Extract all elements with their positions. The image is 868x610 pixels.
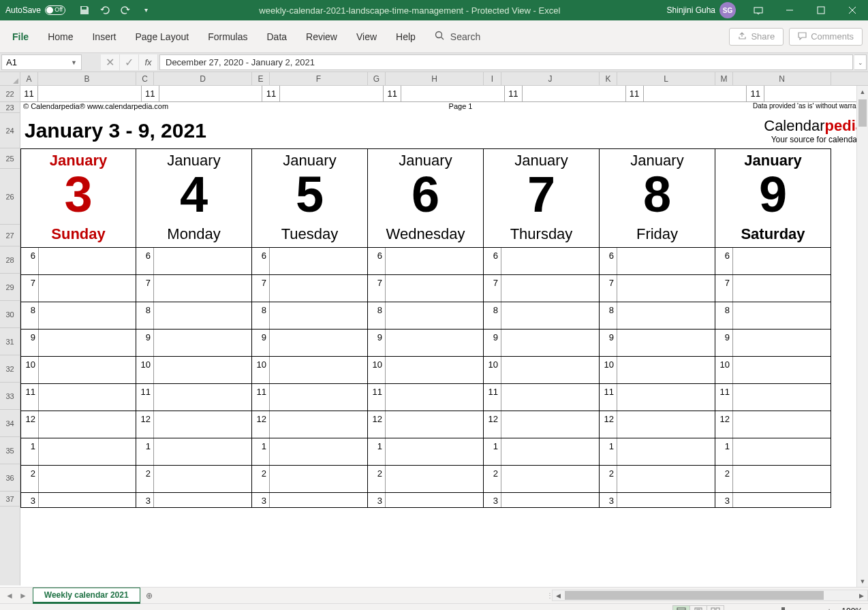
row-header-29[interactable]: 29 bbox=[0, 274, 20, 301]
row-header-28[interactable]: 28 bbox=[0, 246, 20, 274]
hour-cell[interactable]: 7 bbox=[715, 275, 831, 302]
row-header-34[interactable]: 34 bbox=[0, 410, 20, 437]
day-header-friday[interactable]: January8Friday bbox=[600, 148, 715, 248]
scroll-up-icon[interactable]: ▲ bbox=[857, 86, 868, 97]
hour-cell[interactable]: 1 bbox=[600, 438, 715, 466]
scroll-thumb[interactable] bbox=[858, 99, 867, 127]
row-header-26[interactable]: 26 bbox=[0, 169, 20, 225]
column-header-B[interactable]: B bbox=[38, 72, 136, 85]
qat-customize-icon[interactable]: ▾ bbox=[140, 5, 151, 16]
column-header-G[interactable]: G bbox=[368, 72, 386, 85]
enter-formula-button[interactable]: ✓ bbox=[120, 54, 139, 70]
hour-cell[interactable]: 1 bbox=[484, 438, 600, 466]
hour-cell[interactable]: 3 bbox=[484, 493, 600, 508]
hour-cell[interactable]: 10 bbox=[368, 357, 484, 384]
ribbon-display-icon[interactable] bbox=[743, 0, 774, 20]
cells-area[interactable]: 11111111111111 © Calendarpedia® www.cale… bbox=[20, 86, 868, 585]
cell[interactable]: 11 bbox=[20, 86, 38, 102]
hour-cell[interactable]: 3 bbox=[252, 493, 368, 508]
row-header-24[interactable]: 24 bbox=[0, 113, 20, 148]
hour-cell[interactable]: 7 bbox=[484, 275, 600, 302]
normal-view-button[interactable] bbox=[672, 605, 690, 611]
hour-cell[interactable]: 8 bbox=[715, 302, 831, 330]
hour-cell[interactable]: 10 bbox=[484, 357, 600, 384]
hour-cell[interactable]: 7 bbox=[600, 275, 715, 302]
ribbon-tab-insert[interactable]: Insert bbox=[82, 20, 125, 53]
expand-formula-bar-button[interactable]: ⌄ bbox=[854, 54, 867, 70]
cell[interactable]: 11 bbox=[262, 86, 280, 102]
close-button[interactable] bbox=[837, 0, 868, 20]
row-header-33[interactable]: 33 bbox=[0, 383, 20, 410]
zoom-level[interactable]: 100% bbox=[841, 607, 863, 611]
hour-cell[interactable]: 7 bbox=[252, 275, 368, 302]
day-header-thursday[interactable]: January7Thursday bbox=[484, 148, 600, 248]
cell[interactable]: 11 bbox=[384, 86, 401, 102]
hour-cell[interactable]: 3 bbox=[20, 493, 136, 508]
hour-cell[interactable]: 8 bbox=[484, 302, 600, 330]
hour-cell[interactable]: 6 bbox=[600, 248, 715, 275]
ribbon-tab-file[interactable]: File bbox=[3, 20, 38, 53]
hour-cell[interactable]: 1 bbox=[136, 438, 252, 466]
hour-cell[interactable]: 9 bbox=[715, 330, 831, 357]
ribbon-tab-formulas[interactable]: Formulas bbox=[198, 20, 257, 53]
zoom-in-button[interactable]: + bbox=[824, 606, 835, 611]
vertical-scrollbar[interactable]: ▲ ▼ bbox=[856, 86, 868, 587]
hour-cell[interactable]: 12 bbox=[20, 411, 136, 438]
hour-cell[interactable]: 11 bbox=[252, 384, 368, 411]
column-header-M[interactable]: M bbox=[715, 72, 733, 85]
ribbon-tab-page-layout[interactable]: Page Layout bbox=[126, 20, 199, 53]
cell[interactable]: 11 bbox=[747, 86, 764, 102]
autosave-toggle[interactable]: AutoSave Off bbox=[0, 5, 71, 15]
hour-cell[interactable]: 8 bbox=[136, 302, 252, 330]
column-header-I[interactable]: I bbox=[484, 72, 501, 85]
hour-cell[interactable]: 11 bbox=[136, 384, 252, 411]
hour-cell[interactable]: 7 bbox=[368, 275, 484, 302]
page-layout-view-button[interactable] bbox=[689, 605, 707, 611]
day-header-sunday[interactable]: January3Sunday bbox=[20, 148, 136, 248]
cell[interactable] bbox=[159, 86, 263, 102]
cell[interactable] bbox=[644, 86, 747, 102]
row-header-36[interactable]: 36 bbox=[0, 464, 20, 492]
name-box[interactable]: A1 ▼ bbox=[1, 54, 82, 70]
column-header-F[interactable]: F bbox=[270, 72, 368, 85]
cell[interactable] bbox=[401, 86, 505, 102]
hour-cell[interactable]: 9 bbox=[252, 330, 368, 357]
hour-cell[interactable]: 3 bbox=[715, 493, 831, 508]
cell[interactable] bbox=[523, 86, 626, 102]
add-sheet-button[interactable]: ⊕ bbox=[140, 591, 158, 600]
hour-cell[interactable]: 11 bbox=[484, 384, 600, 411]
hour-cell[interactable]: 6 bbox=[136, 248, 252, 275]
hour-cell[interactable]: 9 bbox=[484, 330, 600, 357]
hour-cell[interactable]: 10 bbox=[715, 357, 831, 384]
column-header-C[interactable]: C bbox=[136, 72, 154, 85]
hour-cell[interactable]: 2 bbox=[252, 466, 368, 493]
share-button[interactable]: Share bbox=[729, 28, 784, 46]
cell[interactable] bbox=[280, 86, 384, 102]
row-header-27[interactable]: 27 bbox=[0, 225, 20, 246]
hour-cell[interactable]: 12 bbox=[136, 411, 252, 438]
select-all-corner[interactable] bbox=[0, 72, 20, 85]
ribbon-tab-view[interactable]: View bbox=[347, 20, 386, 53]
hour-cell[interactable]: 3 bbox=[368, 493, 484, 508]
horizontal-scrollbar[interactable]: ◀ ▶ bbox=[552, 590, 868, 601]
row-header-35[interactable]: 35 bbox=[0, 437, 20, 464]
formula-input[interactable]: December 27, 2020 - January 2, 2021 bbox=[159, 54, 853, 70]
hour-cell[interactable]: 12 bbox=[368, 411, 484, 438]
hour-cell[interactable]: 3 bbox=[600, 493, 715, 508]
column-header-K[interactable]: K bbox=[600, 72, 617, 85]
hour-cell[interactable]: 7 bbox=[136, 275, 252, 302]
cell[interactable]: 11 bbox=[626, 86, 644, 102]
row-header-23[interactable]: 23 bbox=[0, 102, 20, 113]
ribbon-tab-home[interactable]: Home bbox=[38, 20, 82, 53]
hour-cell[interactable]: 2 bbox=[136, 466, 252, 493]
hour-cell[interactable]: 10 bbox=[20, 357, 136, 384]
hour-cell[interactable]: 2 bbox=[715, 466, 831, 493]
column-header-N[interactable]: N bbox=[733, 72, 831, 85]
row-header-22[interactable]: 22 bbox=[0, 86, 20, 102]
cancel-formula-button[interactable]: ✕ bbox=[101, 54, 120, 70]
hour-cell[interactable]: 10 bbox=[136, 357, 252, 384]
row-header-31[interactable]: 31 bbox=[0, 328, 20, 355]
comments-button[interactable]: Comments bbox=[789, 28, 863, 46]
hour-cell[interactable]: 2 bbox=[368, 466, 484, 493]
hour-cell[interactable]: 3 bbox=[136, 493, 252, 508]
